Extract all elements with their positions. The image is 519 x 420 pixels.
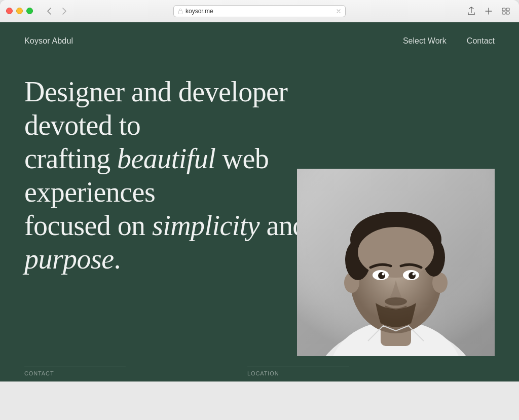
footer-location-label: LOCATION [247, 370, 349, 376]
hero-line3-before: focused on [24, 210, 152, 241]
hero-headline: Designer and developer devoted to crafti… [24, 75, 320, 276]
svg-rect-0 [178, 11, 182, 14]
footer-location-col: LOCATION [247, 366, 349, 376]
hero-period: . [114, 243, 121, 275]
url-text: koysor.me [186, 8, 213, 15]
svg-point-22 [382, 273, 385, 276]
hero-simplicity: simplicity [152, 210, 260, 241]
hero-line2-before: crafting [24, 143, 117, 174]
hero-section: Designer and developer devoted to crafti… [0, 60, 345, 276]
svg-rect-3 [502, 12, 505, 14]
svg-rect-4 [506, 12, 509, 14]
back-button[interactable] [42, 6, 56, 17]
footer-contact-col: CONTACT [24, 366, 126, 376]
footer-strip: CONTACT LOCATION [0, 356, 519, 381]
hero-beautiful: beautiful [117, 143, 215, 174]
nav-buttons [42, 6, 71, 17]
nav-contact[interactable]: Contact [467, 36, 495, 46]
close-button[interactable] [6, 8, 13, 14]
footer-contact-label: CONTACT [24, 370, 126, 376]
portrait-svg [297, 169, 495, 356]
nav-select-work[interactable]: Select Work [403, 36, 447, 46]
site-logo: Koysor Abdul [24, 36, 73, 46]
svg-point-21 [409, 272, 416, 279]
svg-rect-2 [506, 8, 509, 11]
svg-point-20 [378, 272, 385, 279]
new-tab-button[interactable] [481, 6, 496, 17]
address-bar[interactable]: koysor.me [173, 5, 346, 17]
share-button[interactable] [464, 6, 478, 17]
maximize-button[interactable] [26, 8, 33, 14]
tabs-grid-button[interactable] [499, 6, 513, 17]
hero-purpose: purpose [24, 243, 114, 275]
footer-divider-2 [247, 366, 349, 366]
traffic-lights [6, 8, 33, 14]
nav-links: Select Work Contact [403, 36, 495, 46]
title-bar: koysor.me [0, 0, 519, 22]
svg-point-23 [413, 273, 415, 276]
svg-point-17 [358, 227, 434, 278]
browser-window: koysor.me [0, 0, 519, 381]
close-tab-icon[interactable] [336, 9, 341, 14]
window-controls [464, 6, 513, 17]
svg-point-24 [385, 297, 407, 306]
website-content: Koysor Abdul Select Work Contact Designe… [0, 22, 519, 381]
site-nav: Koysor Abdul Select Work Contact [0, 22, 519, 60]
photo-background [297, 169, 495, 356]
minimize-button[interactable] [16, 8, 23, 14]
footer-divider-1 [24, 366, 126, 366]
lock-icon [178, 8, 183, 14]
profile-photo [297, 169, 495, 356]
hero-line1: Designer and developer devoted to [24, 76, 287, 141]
svg-rect-1 [502, 8, 505, 11]
forward-button[interactable] [57, 6, 71, 17]
